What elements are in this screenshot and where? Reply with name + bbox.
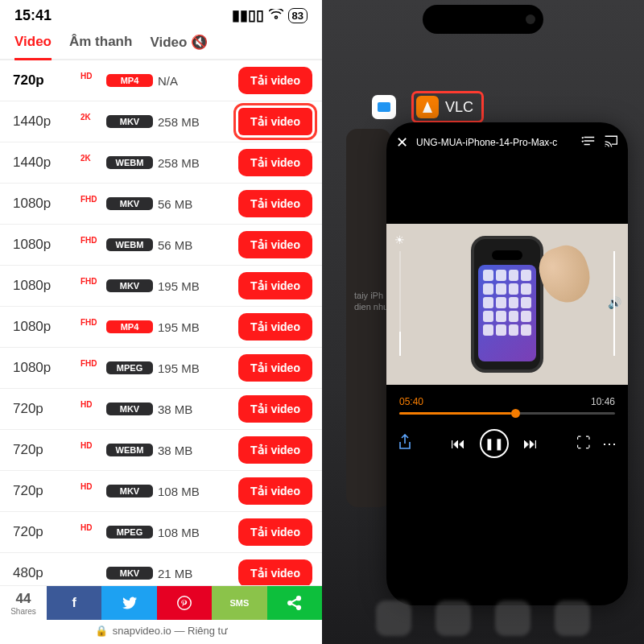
- download-button[interactable]: Tải video: [238, 231, 312, 258]
- download-button[interactable]: Tải video: [238, 518, 312, 546]
- resolution: 720p: [13, 442, 76, 458]
- more-icon[interactable]: ⋯: [602, 435, 617, 452]
- resolution: 720p: [13, 483, 76, 499]
- resolution: 1080p: [13, 278, 76, 294]
- download-button[interactable]: Tải video: [238, 272, 312, 299]
- share-icon[interactable]: [398, 434, 412, 454]
- download-options-panel: 15:41 ▮▮▯▯ 83 Video Âm thanh Video 🔇 720…: [0, 0, 322, 644]
- quality-badge: FHD: [80, 236, 101, 245]
- download-row: 720pHDMKV108 MBTải video: [0, 471, 322, 512]
- file-size: 56 MB: [158, 238, 216, 252]
- status-icons: ▮▮▯▯ 83: [232, 6, 308, 24]
- download-row: 1440p2KMKV258 MBTải video: [0, 101, 322, 142]
- format-badge: MPEG: [106, 526, 153, 539]
- download-row: 1080pFHDWEBM56 MBTải video: [0, 225, 322, 266]
- format-badge: WEBM: [106, 444, 153, 456]
- current-time: 05:40: [399, 396, 423, 407]
- dock-app-2[interactable]: [436, 601, 471, 636]
- download-button[interactable]: Tải video: [238, 395, 312, 423]
- download-row: 1080pFHDMP4195 MBTải video: [0, 307, 322, 348]
- resolution: 720p: [13, 524, 76, 540]
- dynamic-island: [423, 5, 543, 34]
- speaker-muted-icon: 🔇: [191, 35, 208, 50]
- quality-badge: HD: [80, 482, 101, 491]
- volume-slider[interactable]: [613, 251, 615, 356]
- quality-badge: FHD: [80, 318, 101, 327]
- quality-badge: FHD: [80, 195, 101, 204]
- download-row: 720pHDMPEG108 MBTải video: [0, 512, 322, 553]
- battery-indicator: 83: [288, 8, 308, 23]
- quality-badge: HD: [80, 72, 101, 80]
- tab-audio[interactable]: Âm thanh: [69, 34, 132, 51]
- download-button[interactable]: Tải video: [238, 190, 312, 217]
- resolution: 720p: [13, 72, 76, 89]
- status-bar: 15:41 ▮▮▯▯ 83: [0, 0, 322, 27]
- player-top-bar: ✕ UNG-MUA-iPhone-14-Pro-Max-c: [386, 122, 628, 159]
- download-row: 480pMKV21 MBTải video: [0, 553, 322, 585]
- vlc-player-card[interactable]: ✕ UNG-MUA-iPhone-14-Pro-Max-c ☀ 🔊 05:40 …: [386, 122, 628, 605]
- fullscreen-icon[interactable]: ⛶: [576, 435, 591, 452]
- resolution: 720p: [13, 401, 76, 417]
- resolution: 1080p: [13, 237, 76, 253]
- pause-button[interactable]: ❚❚: [480, 429, 509, 458]
- quality-badge: FHD: [80, 277, 101, 286]
- share-facebook[interactable]: f: [47, 586, 101, 620]
- dock-app-1[interactable]: [376, 601, 411, 636]
- brightness-icon: ☀: [394, 233, 405, 246]
- tab-video-muted[interactable]: Video 🔇: [150, 34, 208, 51]
- format-badge: MKV: [106, 567, 153, 580]
- resolution: 1080p: [13, 196, 76, 212]
- format-badge: MP4: [106, 74, 153, 87]
- file-size: 195 MB: [158, 320, 216, 334]
- vlc-app-label[interactable]: VLC: [414, 93, 481, 121]
- format-tabs: Video Âm thanh Video 🔇: [0, 27, 322, 60]
- resolution: 1440p: [13, 114, 76, 130]
- download-button[interactable]: Tải video: [238, 559, 312, 585]
- resolution: 1080p: [13, 360, 76, 376]
- playlist-icon[interactable]: [581, 134, 596, 151]
- download-button[interactable]: Tải video: [238, 149, 312, 176]
- quality-badge: 2K: [80, 113, 101, 122]
- player-controls: ⏮ ❚❚ ⏭ ⛶ ⋯: [386, 415, 628, 473]
- brightness-slider[interactable]: [399, 251, 401, 356]
- dock-app-4[interactable]: [555, 601, 590, 636]
- file-size: 38 MB: [158, 444, 216, 457]
- vlc-icon: [416, 96, 439, 118]
- download-button[interactable]: Tải video: [238, 67, 312, 94]
- files-app-icon[interactable]: [372, 95, 396, 119]
- download-row: 1440p2KWEBM258 MBTải video: [0, 142, 322, 184]
- dock-app-3[interactable]: [495, 601, 530, 636]
- resolution: 1080p: [13, 319, 76, 335]
- prev-track-icon[interactable]: ⏮: [451, 436, 465, 452]
- share-sms[interactable]: SMS: [212, 586, 266, 620]
- file-size: 258 MB: [158, 115, 216, 129]
- close-icon[interactable]: ✕: [396, 134, 408, 151]
- resolution: 480p: [13, 565, 76, 581]
- share-twitter[interactable]: [101, 586, 156, 620]
- cast-icon[interactable]: [604, 134, 618, 151]
- download-button[interactable]: Tải video: [238, 477, 312, 505]
- progress-bar[interactable]: [399, 412, 615, 415]
- download-row: 1080pFHDMKV195 MBTải video: [0, 266, 322, 307]
- status-time: 15:41: [14, 7, 52, 24]
- video-title: UNG-MUA-iPhone-14-Pro-Max-c: [416, 137, 573, 148]
- download-row: 1080pFHDMPEG195 MBTải video: [0, 348, 322, 389]
- tab-video[interactable]: Video: [14, 34, 52, 60]
- quality-badge: HD: [80, 523, 101, 532]
- download-button[interactable]: Tải video: [238, 436, 312, 464]
- download-row: 720pHDMP4N/ATải video: [0, 60, 322, 101]
- next-track-icon[interactable]: ⏭: [523, 436, 538, 452]
- quality-badge: 2K: [80, 154, 101, 163]
- share-pinterest[interactable]: [157, 586, 212, 620]
- download-button[interactable]: Tải video: [238, 354, 312, 382]
- time-labels: 05:40 10:46: [386, 385, 628, 411]
- download-button[interactable]: Tải video: [238, 313, 312, 341]
- share-more[interactable]: [267, 586, 322, 620]
- download-row: 720pHDMKV38 MBTải video: [0, 389, 322, 430]
- video-area[interactable]: ☀ 🔊: [386, 224, 628, 385]
- file-size: 21 MB: [158, 567, 216, 580]
- background-card[interactable]: taiy iPh dien nhu: [346, 129, 391, 507]
- format-badge: MKV: [106, 115, 153, 128]
- app-switcher-panel: VLC taiy iPh dien nhu ✕ UNG-MUA-iPhone-1…: [322, 0, 644, 644]
- download-button[interactable]: Tải video: [238, 108, 312, 135]
